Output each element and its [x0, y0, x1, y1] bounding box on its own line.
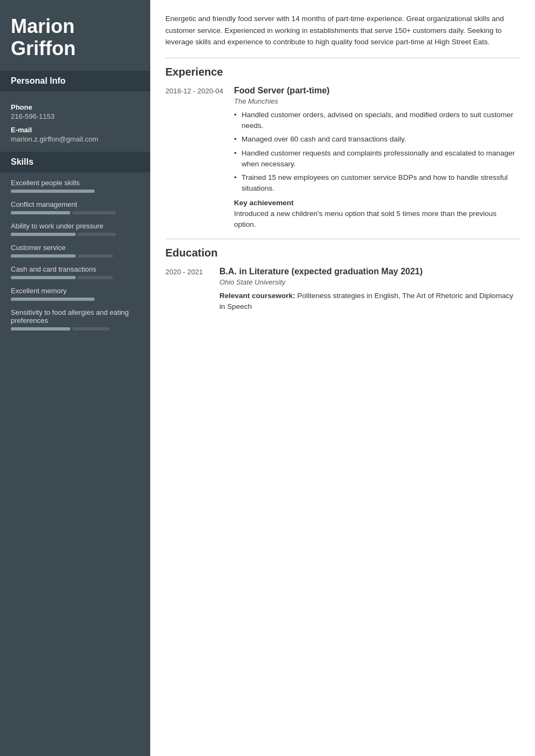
experience-content: Food Server (part-time)The MunchiesHandl…: [234, 86, 520, 230]
main-content: Energetic and friendly food server with …: [150, 0, 535, 756]
phone-value: 216-596-1153: [11, 112, 139, 120]
education-date: 2020 - 2021: [165, 267, 209, 313]
education-section-title: Education: [165, 247, 520, 259]
skill-item: Sensitivity to food allergies and eating…: [11, 308, 139, 330]
personal-info-section: Phone 216-596-1153 E-mail marion.z.girff…: [0, 98, 150, 152]
skill-name: Sensitivity to food allergies and eating…: [11, 308, 139, 325]
experience-bullet: Handled customer requests and complaints…: [234, 148, 520, 170]
skill-item: Excellent memory: [11, 287, 139, 301]
candidate-name: Marion Griffon: [11, 15, 139, 60]
experience-date: 2018-12 - 2020-04: [165, 86, 223, 230]
skill-item: Excellent people skills: [11, 179, 139, 193]
skill-item: Customer service: [11, 244, 139, 258]
education-container: 2020 - 2021B.A. in Literature (expected …: [165, 267, 520, 313]
sidebar: Marion Griffon Personal Info Phone 216-5…: [0, 0, 150, 756]
phone-label: Phone: [11, 103, 139, 111]
experience-bullet: Trained 15 new employees on customer ser…: [234, 172, 520, 194]
email-label: E-mail: [11, 126, 139, 134]
skill-bar: [11, 298, 139, 301]
skill-name: Excellent memory: [11, 287, 139, 295]
skill-name: Ability to work under pressure: [11, 222, 139, 230]
summary-text: Energetic and friendly food server with …: [165, 13, 520, 48]
skill-bar: [11, 327, 139, 330]
skill-name: Customer service: [11, 244, 139, 252]
key-achievement-label: Key achievement: [234, 199, 520, 207]
education-institution: Ohio State University: [219, 278, 520, 286]
skill-item: Cash and card transactions: [11, 265, 139, 279]
experience-entry: 2018-12 - 2020-04Food Server (part-time)…: [165, 86, 520, 230]
divider-education: [165, 239, 520, 239]
skill-bar: [11, 211, 139, 214]
skill-name: Excellent people skills: [11, 179, 139, 187]
skill-item: Conflict management: [11, 200, 139, 214]
experience-company: The Munchies: [234, 97, 520, 105]
experience-bullet: Managed over 80 cash and card transactio…: [234, 134, 520, 145]
skills-section: Excellent people skillsConflict manageme…: [0, 179, 150, 347]
experience-bullet: Handled customer orders, advised on spec…: [234, 110, 520, 132]
skill-bar: [11, 233, 139, 236]
name-section: Marion Griffon: [0, 0, 150, 71]
skill-name: Conflict management: [11, 200, 139, 208]
email-value: marion.z.girffon@gmail.com: [11, 135, 139, 143]
skill-bar: [11, 276, 139, 279]
experience-title: Food Server (part-time): [234, 86, 520, 96]
education-content: B.A. in Literature (expected graduation …: [219, 267, 520, 313]
skills-header: Skills: [0, 152, 150, 172]
skill-name: Cash and card transactions: [11, 265, 139, 273]
personal-info-header: Personal Info: [0, 71, 150, 91]
skill-bar: [11, 190, 139, 193]
experience-container: 2018-12 - 2020-04Food Server (part-time)…: [165, 86, 520, 230]
experience-bullets: Handled customer orders, advised on spec…: [234, 110, 520, 194]
skill-bar: [11, 254, 139, 258]
skill-item: Ability to work under pressure: [11, 222, 139, 236]
education-coursework: Relevant coursework: Politeness strategi…: [219, 291, 520, 313]
divider-experience: [165, 58, 520, 58]
education-entry: 2020 - 2021B.A. in Literature (expected …: [165, 267, 520, 313]
experience-section-title: Experience: [165, 66, 520, 78]
key-achievement-text: Introduced a new children's menu option …: [234, 208, 520, 231]
education-title: B.A. in Literature (expected graduation …: [219, 267, 520, 276]
